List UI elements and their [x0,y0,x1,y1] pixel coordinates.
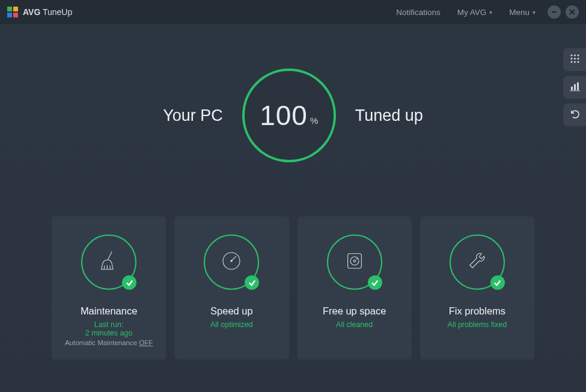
progress-value: 100 [260,99,308,132]
card-title: Free up space [323,305,386,317]
svg-point-7 [570,54,572,56]
close-button[interactable] [566,5,579,19]
menu-dropdown[interactable]: Menu ▾ [509,8,536,17]
hero-right-label: Tuned up [355,106,423,125]
card-title: Maintenance [81,305,137,317]
svg-rect-3 [13,13,18,17]
check-icon [122,275,136,290]
svg-point-9 [577,54,579,56]
hero-left-label: Your PC [163,106,223,125]
svg-point-12 [577,57,579,59]
apps-grid-button[interactable] [563,48,586,71]
minimize-button[interactable] [548,5,561,19]
top-nav: Notifications My AVG ▾ Menu ▾ [396,8,536,17]
card-status-2: 2 minutes ago [85,329,133,337]
auto-maint-label: Automatic Maintenance [65,339,139,346]
my-avg-menu[interactable]: My AVG ▾ [457,8,493,17]
card-free-up-space[interactable]: Free up space All cleaned [298,216,412,360]
wrench-icon [465,248,490,276]
svg-point-11 [573,57,575,59]
card-extra: Automatic Maintenance OFF [65,339,153,346]
svg-rect-16 [571,87,573,90]
ring-center: 100 % [245,72,333,159]
card-speed-up[interactable]: Speed up All optimized [174,216,288,360]
card-status-1: All optimized [210,320,253,329]
chevron-down-icon: ▾ [489,9,492,16]
side-tool-rail [563,48,586,126]
svg-point-15 [577,61,579,63]
svg-rect-24 [347,254,361,269]
notifications-label: Notifications [396,8,441,17]
card-icon-ring [450,234,505,290]
card-status-1: All problems fixed [448,320,507,329]
auto-maintenance-toggle[interactable]: OFF [139,339,153,346]
svg-line-27 [356,258,358,260]
check-icon [490,275,505,290]
card-title: Speed up [210,305,253,317]
card-fix-problems[interactable]: Fix problems All problems fixed [420,216,534,360]
card-icon-ring [327,234,382,290]
svg-point-26 [353,260,356,262]
avg-logo-icon [7,7,18,17]
card-maintenance[interactable]: Maintenance Last run: 2 minutes ago Auto… [52,216,166,360]
title-bar: AVG TuneUp Notifications My AVG ▾ Menu ▾ [0,0,586,24]
svg-point-13 [570,61,572,63]
svg-rect-2 [7,13,12,17]
svg-point-14 [573,61,575,63]
my-avg-label: My AVG [457,8,487,17]
status-hero: Your PC 100 % Tuned up [0,66,586,165]
app-title-bold: AVG [23,7,40,17]
broom-icon [96,248,121,276]
chevron-down-icon: ▾ [533,9,536,16]
progress-unit: % [310,115,318,126]
svg-rect-1 [13,7,18,11]
menu-label: Menu [509,8,530,17]
brand: AVG TuneUp [7,7,72,17]
app-title: AVG TuneUp [23,7,72,17]
bar-chart-icon [570,81,580,94]
check-icon [245,275,259,290]
undo-icon [570,109,580,121]
progress-ring: 100 % [240,66,338,165]
feature-cards: Maintenance Last run: 2 minutes ago Auto… [0,216,586,360]
grid-icon [570,54,580,66]
disk-icon [342,248,367,276]
notifications-link[interactable]: Notifications [396,8,441,17]
svg-rect-18 [577,82,579,90]
card-icon-ring [204,234,259,290]
card-icon-ring [81,234,136,290]
svg-rect-17 [574,84,576,90]
card-title: Fix problems [449,305,505,317]
card-status-1: All cleaned [336,320,373,329]
app-title-rest: TuneUp [43,7,72,17]
window-controls [548,5,579,19]
svg-rect-0 [7,7,12,11]
svg-point-10 [570,57,572,59]
statistics-button[interactable] [563,76,586,99]
svg-point-8 [573,54,575,56]
check-icon [368,275,382,290]
gauge-icon [219,248,244,276]
svg-point-23 [231,260,233,262]
undo-button[interactable] [563,103,586,126]
card-status-1: Last run: [94,320,124,329]
